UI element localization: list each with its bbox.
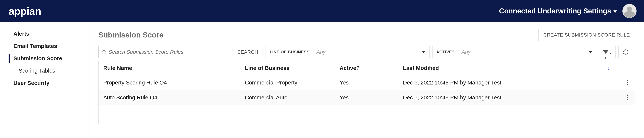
lob-filter[interactable]: LINE OF BUSINESS Any xyxy=(266,46,430,58)
lob-filter-value: Any xyxy=(316,49,419,55)
sidebar-item-scoring-tables[interactable]: Scoring Tables xyxy=(0,64,89,77)
sort-desc-icon: ↓ xyxy=(607,65,610,71)
row-actions-menu[interactable] xyxy=(625,93,630,102)
site-title: Connected Underwriting Settings xyxy=(499,7,611,15)
sidebar-item-email-templates[interactable]: Email Templates xyxy=(0,40,89,52)
cell-actions xyxy=(620,78,635,87)
divider xyxy=(313,48,313,56)
col-lob[interactable]: Line of Business xyxy=(240,65,335,71)
app-header: appian Connected Underwriting Settings xyxy=(0,0,644,22)
search-input[interactable] xyxy=(109,49,229,55)
body: Alerts Email Templates Submission Score … xyxy=(0,22,644,138)
refresh-icon xyxy=(623,49,629,55)
page-title: Submission Score xyxy=(98,31,164,39)
table-spacer xyxy=(99,105,635,124)
create-rule-button[interactable]: CREATE SUBMISSION SCORE RULE xyxy=(538,29,635,41)
rules-table: Rule Name Line of Business Active? Last … xyxy=(98,61,635,124)
avatar[interactable] xyxy=(622,4,636,18)
active-filter-value: Any xyxy=(462,49,585,55)
sidebar-item-submission-score[interactable]: Submission Score xyxy=(0,52,89,64)
search-group: SEARCH xyxy=(98,46,263,58)
cell-active: Yes xyxy=(335,80,398,86)
filter-icon xyxy=(603,50,608,54)
active-filter[interactable]: ACTIVE? Any xyxy=(432,46,596,58)
cell-actions xyxy=(620,93,635,102)
divider xyxy=(458,48,458,56)
search-input-wrap xyxy=(99,46,233,58)
cell-lob: Commercial Auto xyxy=(240,94,335,101)
col-rule-name[interactable]: Rule Name xyxy=(99,65,240,71)
table-header: Rule Name Line of Business Active? Last … xyxy=(99,61,635,75)
cell-rule-name: Property Scoring Rule Q4 xyxy=(99,80,240,86)
search-button[interactable]: SEARCH xyxy=(233,46,262,58)
chevron-down-icon xyxy=(589,51,592,53)
chevron-down-icon xyxy=(614,10,617,13)
logo: appian xyxy=(8,5,41,17)
svg-line-1 xyxy=(105,52,106,54)
chevron-down-icon xyxy=(422,51,426,53)
table-row: Auto Scoring Rule Q4 Commercial Auto Yes… xyxy=(99,90,635,105)
cell-lob: Commercial Property xyxy=(240,80,335,86)
chevron-down-icon xyxy=(610,52,612,54)
lob-filter-label: LINE OF BUSINESS xyxy=(270,50,309,54)
svg-point-0 xyxy=(103,50,105,53)
col-active[interactable]: Active? xyxy=(335,65,398,71)
filter-bar: SEARCH LINE OF BUSINESS Any ACTIVE? Any xyxy=(98,46,635,58)
sidebar: Alerts Email Templates Submission Score … xyxy=(0,22,90,138)
cell-modified: Dec 6, 2022 10:45 PM by Manager Test xyxy=(398,80,620,86)
refresh-button[interactable] xyxy=(618,46,633,58)
active-filter-label: ACTIVE? xyxy=(436,50,454,54)
filter-options-button[interactable] xyxy=(599,46,616,58)
header-right: Connected Underwriting Settings xyxy=(499,4,636,18)
sidebar-item-alerts[interactable]: Alerts xyxy=(0,28,89,40)
sidebar-item-user-security[interactable]: User Security xyxy=(0,77,89,89)
col-last-modified[interactable]: Last Modified ↓ xyxy=(398,65,620,71)
main-content: Submission Score CREATE SUBMISSION SCORE… xyxy=(90,22,644,138)
cell-modified: Dec 6, 2022 10:45 PM by Manager Test xyxy=(398,94,620,101)
site-menu[interactable]: Connected Underwriting Settings xyxy=(499,7,617,15)
search-icon xyxy=(102,50,107,54)
cell-rule-name: Auto Scoring Rule Q4 xyxy=(99,94,240,101)
page-header: Submission Score CREATE SUBMISSION SCORE… xyxy=(98,29,635,41)
cell-active: Yes xyxy=(335,94,398,101)
col-last-modified-label: Last Modified xyxy=(403,65,439,71)
table-row: Property Scoring Rule Q4 Commercial Prop… xyxy=(99,75,635,90)
row-actions-menu[interactable] xyxy=(625,78,630,87)
